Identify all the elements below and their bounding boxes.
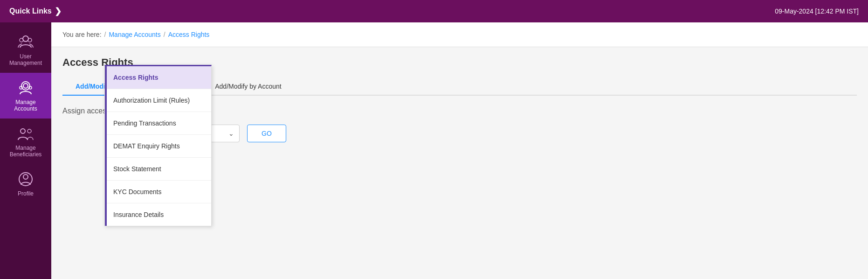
manage-beneficiaries-icon xyxy=(17,125,34,142)
dropdown-item-demat-enquiry[interactable]: DEMAT Enquiry Rights xyxy=(105,135,211,158)
top-bar: Quick Links ❯ 09-May-2024 [12:42 PM IST] xyxy=(0,0,868,22)
breadcrumb-link-access-rights[interactable]: Access Rights xyxy=(168,31,210,38)
breadcrumb-sep2: / xyxy=(164,31,165,38)
breadcrumb: You are here: / Manage Accounts / Access… xyxy=(51,22,868,47)
quick-links-arrow: ❯ xyxy=(55,6,62,16)
dropdown-item-stock-statement[interactable]: Stock Statement xyxy=(105,158,211,181)
user-management-icon xyxy=(17,34,34,50)
dropdown-item-pending-transactions[interactable]: Pending Transactions xyxy=(105,112,211,135)
svg-point-4 xyxy=(21,82,30,90)
profile-icon xyxy=(17,171,34,188)
go-button[interactable]: GO xyxy=(247,125,286,142)
breadcrumb-prefix: You are here: xyxy=(62,31,102,38)
dropdown-item-access-rights[interactable]: Access Rights xyxy=(105,66,211,89)
sidebar-item-manage-beneficiaries[interactable]: Manage Beneficiaries xyxy=(0,119,51,164)
sidebar-item-profile[interactable]: Profile xyxy=(0,164,51,203)
sidebar: User Management Manage Accounts Manage B… xyxy=(0,22,51,279)
dropdown-item-insurance-details[interactable]: Insurance Details xyxy=(105,203,211,226)
layout: User Management Manage Accounts Manage B… xyxy=(0,22,868,279)
svg-point-0 xyxy=(23,36,28,42)
sidebar-item-manage-accounts-label: Manage Accounts xyxy=(14,99,37,112)
page-area: Access Rights Add/Modify View By Account… xyxy=(51,47,868,161)
svg-point-3 xyxy=(23,84,28,88)
sidebar-item-profile-label: Profile xyxy=(18,190,34,197)
breadcrumb-sep1: / xyxy=(104,31,106,38)
quick-links[interactable]: Quick Links ❯ xyxy=(9,6,62,16)
svg-point-8 xyxy=(28,129,31,133)
datetime: 09-May-2024 [12:42 PM IST] xyxy=(775,7,859,15)
svg-point-10 xyxy=(23,174,28,179)
tab-add-modify-by-account[interactable]: Add/Modify by Account xyxy=(202,78,294,95)
sidebar-item-manage-accounts[interactable]: Manage Accounts xyxy=(0,73,51,119)
sidebar-item-user-management-label: User Management xyxy=(9,53,42,66)
dropdown-item-authorization-limit[interactable]: Authorization Limit (Rules) xyxy=(105,89,211,112)
svg-point-7 xyxy=(21,129,25,133)
quick-links-label: Quick Links xyxy=(9,7,52,15)
manage-accounts-icon xyxy=(17,79,34,96)
dropdown-item-kyc-documents[interactable]: KYC Documents xyxy=(105,181,211,203)
sidebar-item-user-management[interactable]: User Management xyxy=(0,27,51,73)
manage-accounts-dropdown: Access Rights Authorization Limit (Rules… xyxy=(104,65,212,226)
sidebar-item-manage-beneficiaries-label: Manage Beneficiaries xyxy=(10,145,42,158)
main-content: You are here: / Manage Accounts / Access… xyxy=(51,22,868,279)
breadcrumb-link-manage-accounts[interactable]: Manage Accounts xyxy=(109,31,160,38)
